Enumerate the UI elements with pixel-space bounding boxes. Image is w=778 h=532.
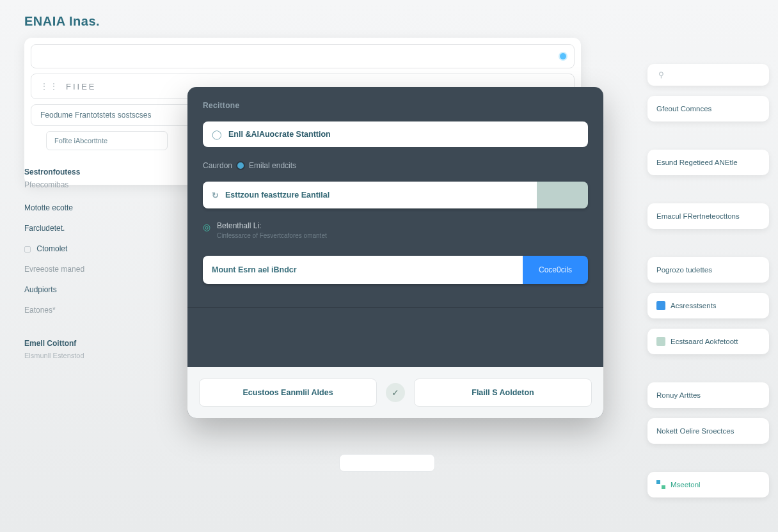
footer-card-right[interactable]: Flaill S Aoldeton	[414, 379, 592, 407]
sidebar-section-sub: Elsmunll Estenstod	[24, 352, 165, 359]
sidebar-item-label: Ctomolet	[36, 244, 67, 253]
address-bar[interactable]	[31, 44, 575, 68]
filter-label: FIIEE	[66, 82, 97, 91]
filter-icon: ⋮⋮	[40, 82, 60, 91]
feature-addon[interactable]	[537, 182, 588, 208]
action-input-text: Mount Esrn ael iBndcr	[212, 265, 297, 274]
right-card[interactable]: Esund Regetieed ANEtle	[647, 150, 769, 175]
modal-label-right: Emilal endcits	[249, 161, 296, 170]
sub-bar-label: Feodume Frantotstets sostscses	[40, 111, 151, 120]
right-card[interactable]: Nokett Oelire Sroectces	[647, 418, 769, 444]
sidebar-section-title: Emell Coittonf	[24, 339, 165, 348]
sidebar-item[interactable]: Audpiorts	[24, 285, 165, 294]
sidebar: Sestronfoutess Pfeecomibas Mototte ecott…	[24, 168, 165, 359]
sidebar-item[interactable]: Eatones*	[24, 306, 165, 315]
indicator-dot-icon	[237, 162, 244, 169]
action-row: Mount Esrn ael iBndcr Coce0cils	[203, 256, 588, 284]
footer-card-left[interactable]: Ecustoos Eanmlil Aldes	[199, 379, 377, 407]
right-card-label: Mseetonl	[671, 481, 701, 489]
sidebar-item[interactable]: Mototte ecotte	[24, 203, 165, 212]
right-card[interactable]: Emacul FRertneteocttons	[647, 203, 769, 229]
modal-footer: Ecustoos Eanmlil Aldes ✓ Flaill S Aoldet…	[187, 367, 603, 418]
info-row: ◎ Betenthall Li: Cinfessarce of Fesvertc…	[203, 221, 588, 239]
info-subtitle: Cinfessarce of Fesvertcafores omantet	[217, 232, 327, 239]
sidebar-heading: Sestronfoutess	[24, 168, 165, 176]
modal-label-left: Caurdon	[203, 161, 232, 170]
action-input[interactable]: Mount Esrn ael iBndcr	[203, 256, 523, 284]
right-card[interactable]: ⚲	[647, 64, 769, 86]
right-card-label: Acsresstsents	[671, 302, 717, 309]
primary-action-button[interactable]: Coce0cils	[523, 256, 588, 284]
modal-search-text: Enll &AlAuocrate Stanttion	[228, 130, 331, 139]
sub-chip[interactable]: Fofite iAbcorttnte	[46, 131, 168, 150]
sidebar-subheading: Pfeecomibas	[24, 180, 165, 189]
modal-panel: Recittone ◯ Enll &AlAuocrate Stanttion C…	[187, 87, 603, 418]
checkbox-icon[interactable]	[24, 246, 31, 253]
right-card-label: Ecstsaard Aokfetoott	[671, 338, 738, 345]
sidebar-item[interactable]: Evreeoste maned	[24, 265, 165, 274]
target-icon: ◎	[203, 222, 210, 232]
info-title: Betenthall Li:	[217, 221, 327, 230]
feature-text: Esttzoun feasttzure Eantilal	[225, 191, 329, 199]
right-column: ⚲ Gfeout Comnces Esund Regetieed ANEtle …	[647, 64, 769, 508]
modal-search-input[interactable]: ◯ Enll &AlAuocrate Stanttion	[203, 121, 588, 147]
square-icon	[656, 337, 665, 346]
right-card[interactable]: Ecstsaard Aokfetoott	[647, 329, 769, 354]
right-card[interactable]: Ronuy Artttes	[647, 382, 769, 408]
right-card[interactable]: Acsresstsents	[647, 293, 769, 318]
brand-logo-icon	[656, 480, 665, 489]
feature-input[interactable]: ↻ Esttzoun feasttzure Eantilal	[203, 182, 588, 208]
right-card-brand[interactable]: Mseetonl	[647, 472, 769, 497]
sub-chip-label: Fofite iAbcorttnte	[54, 137, 107, 145]
link-icon: ↻	[212, 191, 219, 200]
person-icon: ⚲	[656, 70, 665, 79]
right-card[interactable]: Gfeout Comnces	[647, 96, 769, 121]
page-title: ENAIA Inas.	[24, 14, 765, 29]
bottom-pill-button[interactable]	[339, 454, 435, 472]
modal-title: Recittone	[203, 101, 588, 110]
divider	[187, 307, 603, 308]
check-circle-icon[interactable]: ✓	[386, 383, 405, 402]
sidebar-item[interactable]: Farcludetet.	[24, 224, 165, 233]
status-dot-icon	[560, 53, 566, 59]
search-icon: ◯	[212, 129, 222, 139]
right-card[interactable]: Pogrozo tudettes	[647, 257, 769, 283]
modal-label-row: Caurdon Emilal endcits	[203, 161, 588, 170]
square-icon	[656, 301, 665, 310]
sidebar-item[interactable]: Ctomolet	[24, 244, 165, 253]
